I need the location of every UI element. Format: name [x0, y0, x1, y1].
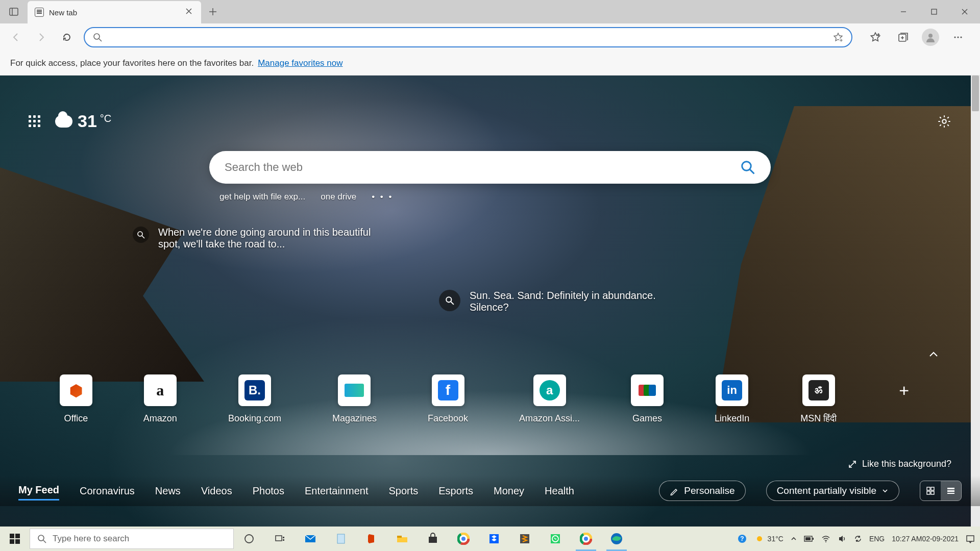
scrollbar[interactable]: [971, 76, 980, 527]
maximize-icon: [931, 9, 937, 15]
profile-button[interactable]: [922, 29, 939, 46]
collections-button[interactable]: [894, 29, 912, 46]
feed-tab-videos[interactable]: Videos: [201, 482, 232, 500]
content-visibility-dropdown[interactable]: Content partially visible: [766, 481, 899, 501]
tile-magazines[interactable]: Magazines: [332, 374, 377, 424]
amazon-icon: a: [156, 382, 164, 399]
office-app[interactable]: [356, 527, 387, 551]
notifications-tray[interactable]: [966, 534, 975, 543]
tile-games[interactable]: Games: [631, 374, 664, 424]
battery-tray[interactable]: [804, 535, 814, 542]
web-search-submit[interactable]: [740, 160, 755, 175]
feed-tab-coronavirus[interactable]: Coronavirus: [80, 482, 135, 500]
web-search-input[interactable]: [225, 161, 731, 174]
back-button[interactable]: [7, 29, 24, 46]
svg-rect-29: [276, 536, 282, 541]
tab-newtab[interactable]: New tab: [28, 1, 201, 23]
feed-tab-news[interactable]: News: [155, 482, 181, 500]
wifi-tray[interactable]: [821, 534, 830, 543]
tile-label: LinkedIn: [715, 413, 749, 424]
refresh-button[interactable]: [58, 29, 76, 46]
tile-facebook[interactable]: fFacebook: [428, 374, 468, 424]
clock-tray[interactable]: 10:27 AM 02-09-2021: [892, 535, 959, 543]
cortana-button[interactable]: [234, 527, 264, 551]
feed-tab-entertainment[interactable]: Entertainment: [305, 482, 369, 500]
volume-tray[interactable]: [838, 534, 847, 543]
language-tray[interactable]: ENG: [869, 535, 885, 543]
weather-tray[interactable]: 31°C: [754, 534, 783, 544]
tray-overflow[interactable]: [791, 536, 797, 542]
story-text: Sun. Sea. Sand: Definitely in abundance.…: [470, 290, 684, 313]
sublime-app[interactable]: [509, 527, 540, 551]
weather-widget[interactable]: 31 °C: [55, 111, 111, 131]
app-launcher-button[interactable]: [29, 115, 41, 128]
maximize-button[interactable]: [919, 0, 949, 23]
collapse-tiles-button[interactable]: [928, 349, 939, 360]
feed-tab-photos[interactable]: Photos: [253, 482, 284, 500]
chrome2-app[interactable]: [571, 527, 601, 551]
file-explorer-app[interactable]: [387, 527, 418, 551]
clock-date: 02-09-2021: [922, 535, 959, 543]
dropbox-app[interactable]: [479, 527, 509, 551]
svg-point-28: [245, 535, 253, 543]
feed-tab-sports[interactable]: Sports: [388, 482, 418, 500]
edge-app[interactable]: [601, 527, 632, 551]
feed-tab-esports[interactable]: Esports: [438, 482, 473, 500]
mail-app[interactable]: [295, 527, 326, 551]
svg-rect-30: [283, 537, 284, 538]
page-settings-button[interactable]: [937, 114, 951, 129]
tile-booking[interactable]: B.Booking.com: [228, 374, 281, 424]
task-view-button[interactable]: [264, 527, 295, 551]
whatsapp-app[interactable]: [540, 527, 571, 551]
image-story-caption[interactable]: When we're done going around in this bea…: [133, 227, 378, 250]
tile-amazon[interactable]: aAmazon: [143, 374, 177, 424]
minimize-button[interactable]: [888, 0, 919, 23]
favorite-star-button[interactable]: [833, 32, 843, 42]
address-bar[interactable]: [84, 27, 852, 47]
feed-tab-health[interactable]: Health: [545, 482, 574, 500]
close-window-button[interactable]: [949, 0, 980, 23]
manage-favorites-link[interactable]: Manage favorites now: [258, 58, 342, 68]
amazon-assist-icon: a: [540, 380, 560, 400]
tab-title: New tab: [49, 8, 181, 17]
page-favicon-icon: [35, 8, 44, 17]
address-input[interactable]: [108, 33, 827, 42]
tab-close-button[interactable]: [186, 8, 194, 16]
forward-button[interactable]: [33, 29, 50, 46]
like-background-link[interactable]: Like this background?: [848, 459, 951, 469]
taskbar-search[interactable]: Type here to search: [30, 529, 234, 549]
quick-links-more[interactable]: • • •: [372, 192, 393, 202]
quick-link[interactable]: one drive: [321, 192, 356, 202]
tab-actions-button[interactable]: [0, 0, 28, 23]
tile-msn-hindi[interactable]: ॐMSN हिंदी: [800, 374, 837, 424]
menu-button[interactable]: [949, 29, 967, 46]
favorites-hint-text: For quick access, place your favorites h…: [10, 58, 254, 68]
start-button[interactable]: [0, 527, 30, 551]
chevron-up-icon: [928, 349, 939, 360]
chrome-app[interactable]: [448, 527, 479, 551]
feed-tab-myfeed[interactable]: My Feed: [18, 481, 59, 500]
tile-linkedin[interactable]: inLinkedIn: [715, 374, 749, 424]
new-tab-button[interactable]: [201, 0, 225, 23]
newtab-content: 31 °C get help with file exp... one driv…: [0, 76, 980, 527]
feed-tab-money[interactable]: Money: [494, 482, 524, 500]
image-story-caption[interactable]: Sun. Sea. Sand: Definitely in abundance.…: [439, 290, 684, 313]
grid-view-button[interactable]: [920, 481, 941, 500]
tile-amazon-assist[interactable]: aAmazon Assi...: [519, 374, 580, 424]
store-app[interactable]: [418, 527, 448, 551]
personalise-button[interactable]: Personalise: [659, 481, 745, 501]
toolbar-right: [861, 29, 973, 46]
plus-icon: [209, 8, 217, 16]
quick-link[interactable]: get help with file exp...: [219, 192, 305, 202]
web-search-box[interactable]: [209, 151, 771, 184]
help-tray[interactable]: ?: [737, 534, 747, 544]
list-view-button[interactable]: [941, 481, 961, 500]
tile-office[interactable]: ⬢Office: [60, 374, 92, 424]
add-tile-button[interactable]: [888, 374, 920, 424]
scroll-thumb[interactable]: [972, 76, 979, 111]
favorites-button[interactable]: [867, 29, 884, 46]
sync-tray[interactable]: [854, 535, 862, 543]
refresh-icon: [62, 32, 72, 42]
weather-temp: 31: [78, 111, 97, 131]
notepad-app[interactable]: [326, 527, 356, 551]
